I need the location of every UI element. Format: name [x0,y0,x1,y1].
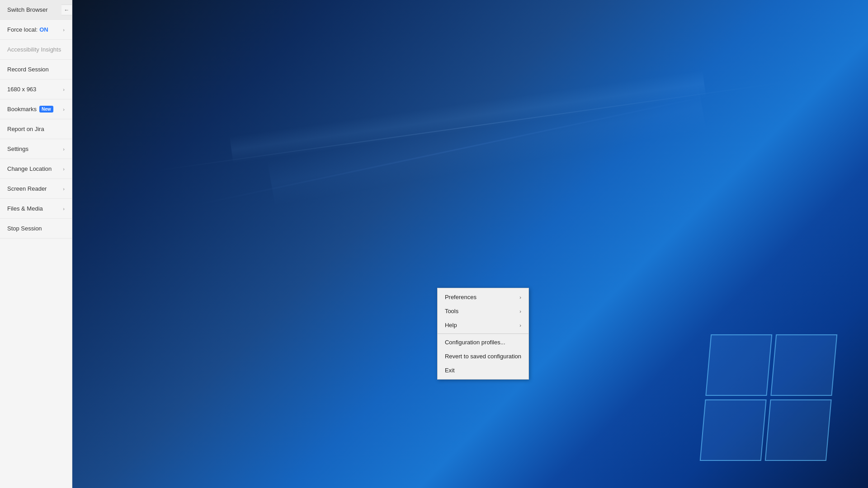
context-menu-item-tools[interactable]: Tools › [438,304,528,318]
files-and-media-label: Files & Media [7,205,43,212]
sidebar-item-report-on-jira[interactable]: Report on Jira [0,119,72,139]
sidebar-item-force-local[interactable]: Force local: ON › [0,20,72,40]
tools-arrow-icon: › [519,309,521,314]
sidebar-item-change-location[interactable]: Change Location › [0,159,72,179]
resolution-chevron-icon: › [63,87,65,92]
change-location-chevron-icon: › [63,166,65,172]
sidebar-item-record-session[interactable]: Record Session [0,60,72,80]
bookmarks-label: Bookmarks [7,106,37,113]
context-menu-item-revert-saved[interactable]: Revert to saved configuration [438,349,528,363]
help-arrow-icon: › [519,323,521,328]
switch-browser-label: Switch Browser [7,6,48,13]
context-menu-item-configuration-profiles[interactable]: Configuration profiles... [438,335,528,349]
sidebar-collapse-button[interactable]: ← [61,5,72,15]
windows-logo [700,334,837,461]
windows-pane-bl [700,399,767,461]
settings-label: Settings [7,145,28,152]
sidebar-item-settings[interactable]: Settings › [0,139,72,159]
main-content: Preferences › Tools › Help › Configurati… [72,0,868,488]
context-menu-item-preferences[interactable]: Preferences › [438,290,528,304]
report-on-jira-label: Report on Jira [7,126,44,132]
context-menu: Preferences › Tools › Help › Configurati… [437,288,529,380]
change-location-label: Change Location [7,165,52,172]
windows-pane-br [765,399,832,461]
sidebar-item-screen-reader[interactable]: Screen Reader › [0,179,72,199]
record-session-label: Record Session [7,66,49,73]
sidebar-item-resolution[interactable]: 1680 x 963 › [0,80,72,99]
bookmarks-badge: New [39,106,53,113]
screen-reader-label: Screen Reader [7,185,47,192]
tools-label: Tools [445,308,458,314]
desktop-background[interactable]: Preferences › Tools › Help › Configurati… [72,0,868,488]
exit-label: Exit [445,367,455,374]
bookmarks-chevron-icon: › [63,107,65,112]
accessibility-insights-label: Accessibility Insights [7,46,61,53]
sidebar: ← Switch Browser Force local: ON › Acces… [0,0,72,488]
sidebar-item-stop-session[interactable]: Stop Session [0,219,72,239]
force-local-value: ON [39,26,48,33]
screen-reader-chevron-icon: › [63,186,65,192]
windows-pane-tl [705,334,772,396]
help-label: Help [445,322,457,328]
sidebar-item-accessibility-insights: Accessibility Insights [0,40,72,60]
stop-session-label: Stop Session [7,225,42,232]
sidebar-item-bookmarks[interactable]: Bookmarks New › [0,99,72,119]
revert-saved-label: Revert to saved configuration [445,353,521,360]
configuration-profiles-label: Configuration profiles... [445,339,505,346]
context-menu-item-exit[interactable]: Exit [438,363,528,377]
settings-chevron-icon: › [63,146,65,152]
force-local-label: Force local: [7,26,38,33]
files-and-media-chevron-icon: › [63,206,65,211]
preferences-label: Preferences [445,294,476,300]
windows-pane-tr [770,334,837,396]
context-menu-item-help[interactable]: Help › [438,318,528,332]
sidebar-item-files-and-media[interactable]: Files & Media › [0,199,72,219]
resolution-label: 1680 x 963 [7,86,36,93]
preferences-arrow-icon: › [519,295,521,300]
force-local-chevron-icon: › [63,27,65,33]
context-menu-separator [438,333,528,334]
